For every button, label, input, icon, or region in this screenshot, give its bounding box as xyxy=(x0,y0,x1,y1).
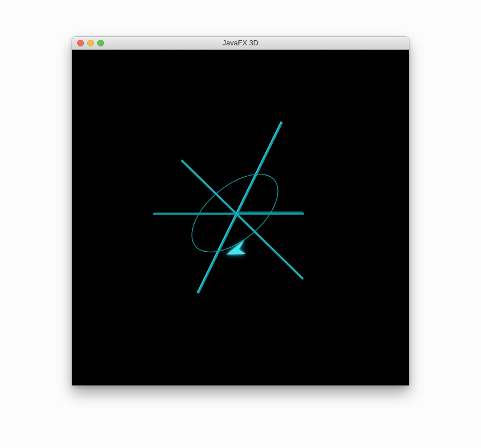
window-title-bar[interactable]: JavaFX 3D xyxy=(72,37,409,50)
javafx-window: JavaFX 3D xyxy=(72,37,409,385)
window-title: JavaFX 3D xyxy=(72,37,409,49)
desktop-background: JavaFX 3D xyxy=(0,0,481,448)
y-axis-line xyxy=(198,122,282,293)
3d-viewport[interactable] xyxy=(72,50,409,385)
rotation-arrow-icon xyxy=(227,240,246,254)
y-axis-highlight xyxy=(197,121,281,293)
axes-figure xyxy=(72,50,409,385)
